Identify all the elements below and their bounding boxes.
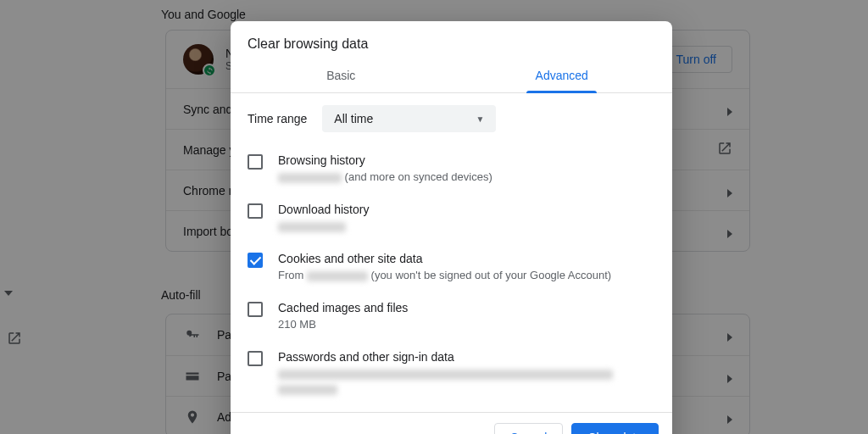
time-range-value: All time [334, 112, 373, 125]
item-text: Cached images and files210 MB [278, 301, 408, 331]
item-subtitle [278, 367, 655, 395]
redacted-text [278, 173, 342, 183]
cancel-button[interactable]: Cancel [494, 423, 564, 434]
redacted-text [307, 271, 368, 281]
item-cookies: Cookies and other site dataFrom (you won… [248, 242, 655, 292]
checkbox-passwords[interactable] [248, 351, 263, 366]
item-browsing-history: Browsing history (and more on synced dev… [248, 144, 655, 193]
time-range-row: Time range All time ▼ [231, 93, 672, 144]
subtitle-tail: (and more on synced devices) [342, 170, 492, 183]
redacted-text [278, 385, 337, 395]
item-title: Cookies and other site data [278, 252, 611, 265]
item-subtitle: From (you won't be signed out of your Go… [278, 269, 611, 281]
item-text: Browsing history (and more on synced dev… [278, 153, 492, 183]
item-title: Passwords and other sign-in data [278, 350, 655, 364]
dialog-title: Clear browsing data [231, 21, 672, 60]
checkbox-cached[interactable] [248, 302, 263, 317]
chevron-down-icon: ▼ [476, 114, 484, 124]
data-type-list: Browsing history (and more on synced dev… [231, 144, 672, 412]
time-range-label: Time range [248, 112, 307, 125]
tab-basic[interactable]: Basic [231, 60, 452, 92]
item-text: Passwords and other sign-in data [278, 350, 655, 395]
subtitle-tail: (you won't be signed out of your Google … [368, 269, 611, 281]
checkbox-cookies[interactable] [248, 253, 263, 268]
item-title: Download history [278, 203, 369, 216]
time-range-select[interactable]: All time ▼ [322, 105, 496, 132]
dialog-tabs: Basic Advanced [231, 60, 672, 93]
item-cached: Cached images and files210 MB [248, 292, 655, 341]
redacted-text [278, 222, 346, 232]
tab-advanced[interactable]: Advanced [452, 60, 673, 92]
redacted-text [278, 370, 613, 380]
item-subtitle: (and more on synced devices) [278, 170, 492, 183]
item-text: Download history [278, 203, 369, 232]
dialog-footer: Cancel Clear data [231, 412, 672, 434]
item-download-history: Download history [248, 193, 655, 242]
clear-data-button[interactable]: Clear data [571, 423, 659, 434]
item-title: Cached images and files [278, 301, 408, 314]
item-text: Cookies and other site dataFrom (you won… [278, 252, 611, 281]
item-title: Browsing history [278, 153, 492, 167]
item-passwords: Passwords and other sign-in data [248, 341, 655, 405]
checkbox-browsing-history[interactable] [248, 154, 263, 170]
checkbox-download-history[interactable] [248, 203, 263, 219]
item-subtitle: 210 MB [278, 318, 408, 331]
item-subtitle [278, 220, 369, 232]
clear-browsing-data-dialog: Clear browsing data Basic Advanced Time … [231, 21, 672, 434]
subtitle-prefix: From [278, 269, 307, 281]
